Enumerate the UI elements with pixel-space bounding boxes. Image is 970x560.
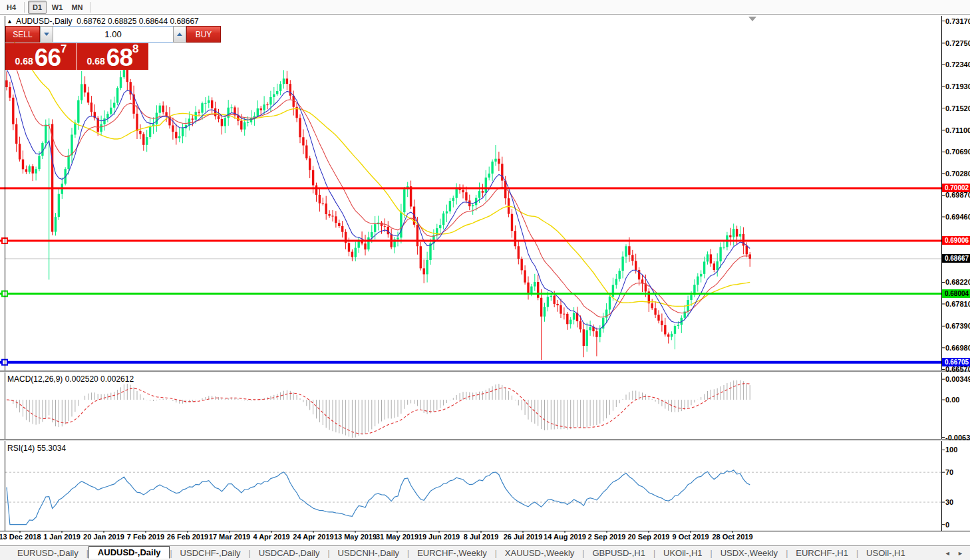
macd-axis-tick: 0.00 [945,396,959,404]
time-axis-label: 8 Jul 2019 [464,533,499,541]
macd-rsi-splitter[interactable] [0,439,970,441]
price-axis-tick: 0.70280 [945,170,970,178]
horizontal-level-lines[interactable] [0,188,941,365]
rsi-line [5,470,941,525]
time-axis-label: 26 Jul 2019 [504,533,543,541]
time-axis-label: 28 Oct 2019 [712,533,752,541]
chart-tab-bar: EURUSD-,Daily|AUDUSD-,Daily|USDCHF-,Dail… [0,545,970,560]
time-axis-label: 13 May 2019 [334,533,377,541]
buy-button[interactable]: BUY [186,26,221,43]
sell-price-big: 66 [35,47,61,69]
rsi-axis-tick: 30 [945,498,953,506]
collapse-panel-icon[interactable]: ▲ [7,18,13,25]
buy-price-prefix: 0.68 [87,54,105,69]
chart-tab-usoil-h1[interactable]: USOil-,H1 [858,547,913,559]
macd-axis-tick: 0.00349 [945,375,970,383]
trading-platform-window: H4D1W1MN ▲AUDUSD-,Daily 0.68762 0.68825 … [0,0,970,560]
time-axis-label: 20 Sep 2019 [628,533,670,541]
chart-tab-usdchf-daily[interactable]: USDCHF-,Daily [172,547,249,559]
price-axis-tick: 0.69870 [945,191,970,199]
chart-tab-eurchf-h1[interactable]: EURCHF-,H1 [788,547,856,559]
volume-input[interactable] [53,26,173,43]
chart-symbol-title: AUDUSD-,Daily [16,17,73,26]
time-axis-label: 26 Feb 2019 [167,533,208,541]
triangle-up-icon [177,33,182,36]
chart-ohlc-header: ▲AUDUSD-,Daily 0.68762 0.68825 0.68644 0… [7,17,199,26]
volume-decrease-button[interactable] [40,26,53,43]
sell-price-pip: 7 [61,45,67,54]
time-axis-label: 20 Jan 2019 [83,533,124,541]
one-click-trading-panel: SELL BUY 0.68667 0.68688 [5,26,148,70]
time-axis-label: 17 Mar 2019 [209,533,250,541]
buy-price-quote[interactable]: 0.68688 [77,43,148,70]
price-level-badge: 0.70002 [942,184,970,192]
tab-scroll-arrows[interactable]: ◄ ► [945,550,966,557]
sell-price-quote[interactable]: 0.68667 [5,43,77,70]
price-axis-tick: 0.66980 [945,344,970,352]
time-axis-label: 1 Jan 2019 [43,533,81,541]
time-axis-label: 19 Jun 2019 [418,533,460,541]
chart-tab-eurusd-daily[interactable]: EURUSD-,Daily [9,547,86,559]
rsi-axis-tick: 70 [945,468,953,476]
main-macd-splitter[interactable] [0,370,970,372]
moving-averages [7,33,750,329]
triangle-down-icon [44,33,49,36]
price-level-badge: 0.69006 [942,236,970,245]
chart-tab-gbpusd-h1[interactable]: GBPUSD-,H1 [584,547,653,559]
time-axis-label: 9 Oct 2019 [672,533,709,541]
macd-indicator-label: MACD(12,26,9) 0.002520 0.002612 [7,374,134,384]
time-axis-label: 14 Aug 2019 [544,533,586,541]
chart-tab-eurchf-weekly[interactable]: EURCHF-,Weekly [409,547,495,559]
macd-axis-tick: -0.00637 [945,434,970,442]
time-axis-label: 13 Dec 2018 [0,533,41,541]
time-axis-label: 4 Apr 2019 [253,533,289,541]
volume-increase-button[interactable] [173,26,186,43]
chart-tab-xauusd-weekly[interactable]: XAUUSD-,Weekly [497,547,583,559]
sell-button[interactable]: SELL [5,26,40,43]
price-axis-tick: 0.72750 [945,39,970,47]
ohlc-values: 0.68762 0.68825 0.68644 0.68667 [77,17,199,26]
chart-tab-audusd-daily[interactable]: AUDUSD-,Daily [88,546,170,559]
sell-price-prefix: 0.68 [15,54,33,69]
time-axis-label: 31 May 2019 [376,533,418,541]
price-axis-tick: 0.66570 [945,365,970,373]
price-level-badge: 0.68004 [942,289,970,298]
chart-tab-usdx-weekly[interactable]: USDX-,Weekly [713,547,786,559]
price-axis-tick: 0.69460 [945,213,970,221]
price-axis-tick: 0.71520 [945,104,970,112]
chart-tab-usdcad-daily[interactable]: USDCAD-,Daily [251,547,328,559]
price-axis-tick: 0.72340 [945,61,970,69]
price-axis-tick: 0.68220 [945,278,970,286]
time-axis-label: 24 Apr 2019 [293,533,333,541]
macd-histogram [7,380,750,438]
buy-price-pip: 8 [132,45,138,54]
time-axis-label: 7 Feb 2019 [127,533,164,541]
chart-shift-marker[interactable] [748,17,756,21]
price-axis-tick: 0.70690 [945,148,970,156]
price-axis-tick: 0.73170 [945,17,970,25]
price-axis-tick: 0.71100 [945,126,970,134]
current-price-badge: 0.68667 [942,254,970,263]
rsi-axis-tick: 0 [945,521,949,529]
time-axis-label: 2 Sep 2019 [588,533,626,541]
price-axis-tick: 0.67390 [945,322,970,330]
buy-price-big: 68 [106,47,132,69]
chart-tab-usdcnh-daily[interactable]: USDCNH-,Daily [330,547,407,559]
rsi-axis-tick: 100 [945,446,957,454]
price-axis-tick: 0.67810 [945,300,970,308]
price-axis-tick: 0.71930 [945,82,970,90]
price-chart-canvas[interactable] [0,0,970,545]
rsi-indicator-label: RSI(14) 55.3034 [7,444,66,453]
chart-tab-ukoil-h1[interactable]: UKOil-,H1 [655,547,711,559]
candlesticks [5,58,751,360]
price-level-badge: 0.66705 [942,358,970,366]
